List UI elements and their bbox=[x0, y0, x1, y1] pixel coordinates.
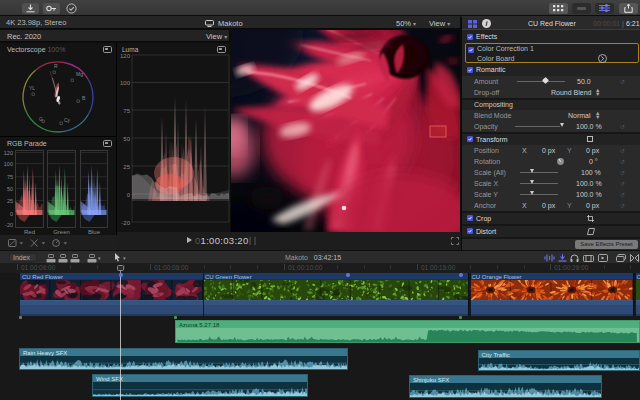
svg-text:Cy: Cy bbox=[64, 117, 71, 123]
svg-text:B: B bbox=[82, 95, 86, 101]
svg-text:100: 100 bbox=[4, 161, 13, 167]
svg-text:75: 75 bbox=[123, 108, 130, 114]
svg-text:50: 50 bbox=[123, 136, 130, 142]
svg-text:25: 25 bbox=[123, 164, 130, 170]
svg-text:75: 75 bbox=[7, 174, 13, 180]
svg-text:Mg: Mg bbox=[76, 71, 83, 77]
svg-text:120: 120 bbox=[4, 150, 13, 156]
svg-text:-20: -20 bbox=[121, 220, 130, 226]
svg-text:50: 50 bbox=[7, 186, 13, 192]
svg-text:YL: YL bbox=[29, 85, 35, 91]
svg-text:G: G bbox=[39, 116, 43, 122]
svg-text:0: 0 bbox=[10, 211, 13, 217]
svg-text:120: 120 bbox=[120, 53, 131, 59]
svg-text:100: 100 bbox=[120, 80, 131, 86]
svg-text:0: 0 bbox=[127, 192, 131, 198]
svg-text:R: R bbox=[54, 63, 58, 69]
svg-text:Green: Green bbox=[53, 229, 70, 235]
svg-text:Blue: Blue bbox=[88, 229, 101, 235]
svg-text:Red: Red bbox=[24, 229, 35, 235]
svg-text:25: 25 bbox=[7, 198, 13, 204]
svg-text:-20: -20 bbox=[5, 222, 13, 228]
